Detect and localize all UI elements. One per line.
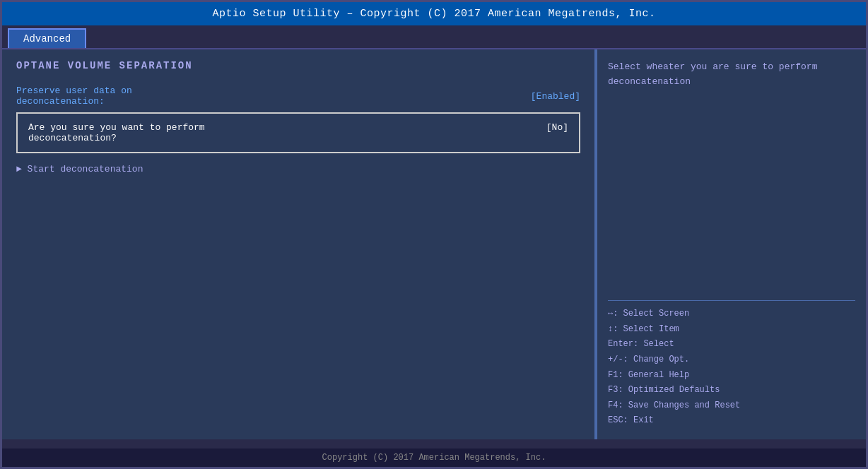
right-divider [608, 300, 855, 301]
shortcut-f1: F1: General Help [608, 368, 855, 384]
left-panel: OPTANE VOLUME SEPARATION Preserve user d… [2, 49, 596, 439]
preserve-setting-row: Preserve user data ondeconcatenation: [E… [16, 85, 580, 107]
bottom-text: Copyright (C) 2017 American Megatrends, … [322, 453, 546, 463]
tab-advanced[interactable]: Advanced [8, 28, 86, 48]
shortcut-change-opt: +/-: Change Opt. [608, 352, 855, 368]
shortcut-enter: Enter: Select [608, 337, 855, 352]
shortcut-select-screen: ↔: Select Screen [608, 307, 855, 322]
shortcuts: ↔: Select Screen ↕: Select Item Enter: S… [608, 307, 855, 429]
title-bar: Aptio Setup Utility – Copyright (C) 2017… [2, 2, 866, 25]
tab-bar: Advanced [2, 25, 866, 49]
start-deconcatenation[interactable]: Start deconcatenation [16, 164, 580, 174]
help-text: Select wheater you are sure to perform d… [608, 60, 855, 295]
shortcut-esc: ESC: Exit [608, 413, 855, 429]
title-text: Aptio Setup Utility – Copyright (C) 2017… [212, 8, 655, 20]
right-panel: Select wheater you are sure to perform d… [597, 49, 866, 439]
bottom-bar: Copyright (C) 2017 American Megatrends, … [2, 449, 866, 467]
main-content: OPTANE VOLUME SEPARATION Preserve user d… [2, 49, 866, 439]
section-title: OPTANE VOLUME SEPARATION [16, 60, 580, 71]
shortcut-select-item: ↕: Select Item [608, 322, 855, 338]
help-text-content: Select wheater you are sure to perform d… [608, 61, 817, 87]
dialog-question: Are you sure you want to performdeconcat… [28, 122, 532, 143]
bios-screen: Aptio Setup Utility – Copyright (C) 2017… [0, 0, 868, 469]
preserve-label: Preserve user data ondeconcatenation: [16, 85, 132, 107]
preserve-value: [Enabled] [531, 91, 580, 102]
shortcut-f4: F4: Save Changes and Reset [608, 398, 855, 414]
dialog-row: Are you sure you want to performdeconcat… [28, 122, 568, 143]
dialog-value[interactable]: [No] [546, 122, 568, 133]
dialog-box: Are you sure you want to performdeconcat… [16, 112, 580, 153]
shortcut-f3: F3: Optimized Defaults [608, 383, 855, 398]
